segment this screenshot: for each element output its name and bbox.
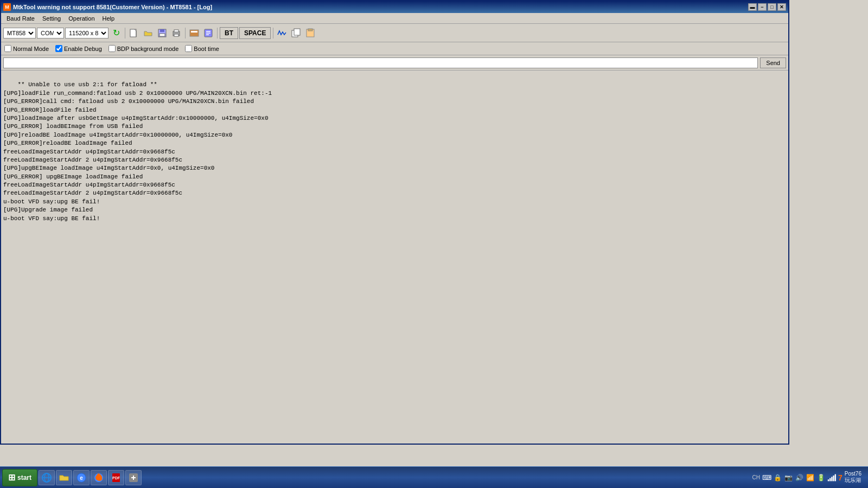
toolbar: MT8581 COM3 115200 x 8 ↻ [1, 24, 788, 42]
taskbar-app-pdf[interactable]: PDF [108, 470, 124, 485]
baud-rate-select[interactable]: 115200 x 8 [65, 28, 108, 38]
device-select[interactable]: MT8581 [3, 28, 36, 38]
menu-setting[interactable]: Setting [39, 14, 64, 23]
camera-tray-icon: 📷 [784, 473, 793, 482]
taskbar-app-folder[interactable] [56, 470, 72, 485]
open-button[interactable] [142, 27, 155, 40]
start-button[interactable]: ⊞ start [2, 469, 37, 486]
icon5-button[interactable] [188, 27, 201, 40]
input-row: Send [1, 55, 788, 70]
com-port-select[interactable]: COM3 [37, 28, 64, 38]
bdp-background-option[interactable]: BDP background mode [108, 45, 179, 52]
svg-rect-6 [174, 34, 178, 36]
svg-rect-3 [159, 34, 165, 36]
title-bar: M MtkTool warning not support 8581(Custo… [1, 1, 788, 13]
lock-tray-icon: 🔒 [773, 473, 782, 482]
log-area: ** Unable to use usb 2:1 for fatload ** … [1, 70, 788, 444]
boot-time-option[interactable]: Boot time [185, 45, 219, 52]
ch-indicator: CH [752, 474, 760, 480]
svg-rect-32 [833, 476, 834, 481]
menu-operation[interactable]: Operation [65, 14, 98, 23]
space-button[interactable]: SPACE [239, 27, 271, 39]
normal-mode-checkbox[interactable] [4, 45, 11, 52]
svg-rect-31 [831, 477, 832, 481]
svg-rect-14 [294, 29, 300, 35]
svg-rect-0 [130, 29, 136, 37]
normal-mode-option[interactable]: Normal Mode [4, 45, 49, 52]
bt-button[interactable]: BT [220, 27, 238, 39]
svg-rect-7 [190, 30, 199, 36]
minimize-button2[interactable]: − [758, 3, 767, 11]
boot-time-label: Boot time [194, 46, 219, 52]
enable-debug-option[interactable]: Enable Debug [55, 45, 102, 52]
separator-4 [273, 28, 273, 38]
sound-tray-icon: 🔊 [795, 473, 803, 482]
separator-2 [185, 28, 186, 38]
svg-rect-29 [828, 479, 829, 481]
minimize-button[interactable]: ▬ [748, 3, 757, 11]
svg-text:e: e [80, 475, 83, 481]
taskbar: ⊞ start e PDF CH ⌨ 🔒 📷 🔊 📶 🔋 7 Post76玩乐湖 [0, 466, 868, 488]
svg-rect-8 [191, 31, 197, 33]
start-label: start [17, 474, 31, 481]
save-button[interactable] [156, 27, 169, 40]
taskbar-app-tool[interactable] [125, 470, 142, 485]
app-icon: M [3, 3, 11, 11]
log-content: ** Unable to use usb 2:1 for fatload ** … [3, 81, 272, 221]
taskbar-app-browser1[interactable]: e [73, 470, 90, 485]
boot-time-checkbox[interactable] [185, 45, 192, 52]
bdp-background-label: BDP background mode [117, 46, 179, 52]
print-button[interactable] [170, 27, 183, 40]
brand-logo: 7 [838, 473, 843, 482]
menu-help[interactable]: Help [99, 14, 118, 23]
enable-debug-label: Enable Debug [64, 46, 102, 52]
normal-mode-label: Normal Mode [13, 46, 49, 52]
enable-debug-checkbox[interactable] [55, 45, 62, 52]
svg-rect-16 [308, 29, 312, 31]
taskbar-app-firefox[interactable] [91, 470, 107, 485]
bdp-background-checkbox[interactable] [108, 45, 116, 52]
svg-rect-2 [160, 29, 164, 32]
taskbar-app-ie[interactable] [39, 470, 55, 485]
keyboard-tray-icon: ⌨ [762, 473, 771, 482]
title-bar-left: M MtkTool warning not support 8581(Custo… [3, 3, 212, 11]
connect-button[interactable]: ↻ [110, 27, 123, 40]
signal-bars-icon [827, 473, 836, 482]
send-button[interactable]: Send [760, 57, 786, 68]
command-input[interactable] [3, 57, 758, 68]
svg-rect-33 [835, 474, 836, 481]
separator-3 [217, 28, 218, 38]
menu-baud-rate[interactable]: Baud Rate [3, 14, 38, 23]
svg-rect-5 [174, 30, 178, 32]
options-bar: Normal Mode Enable Debug BDP background … [1, 42, 788, 55]
copy-icon[interactable] [290, 27, 303, 40]
maximize-button[interactable]: □ [768, 3, 776, 11]
paste-icon[interactable] [304, 27, 317, 40]
svg-text:PDF: PDF [112, 476, 120, 480]
window-title: MtkTool warning not support 8581(Custome… [13, 4, 212, 10]
separator-1 [125, 28, 125, 38]
menu-bar: Baud Rate Setting Operation Help [1, 13, 788, 24]
battery-tray-icon: 🔋 [816, 473, 825, 482]
title-bar-controls[interactable]: ▬ − □ ✕ [748, 3, 786, 11]
close-button[interactable]: ✕ [777, 3, 786, 11]
system-tray: CH ⌨ 🔒 📷 🔊 📶 🔋 7 Post76玩乐湖 [752, 471, 866, 484]
network-tray-icon: 📶 [806, 473, 814, 482]
icon6-button[interactable] [202, 27, 215, 40]
svg-rect-30 [829, 478, 831, 481]
time-display: Post76玩乐湖 [845, 471, 861, 484]
wave-icon[interactable] [276, 27, 289, 40]
new-button[interactable] [127, 27, 141, 40]
